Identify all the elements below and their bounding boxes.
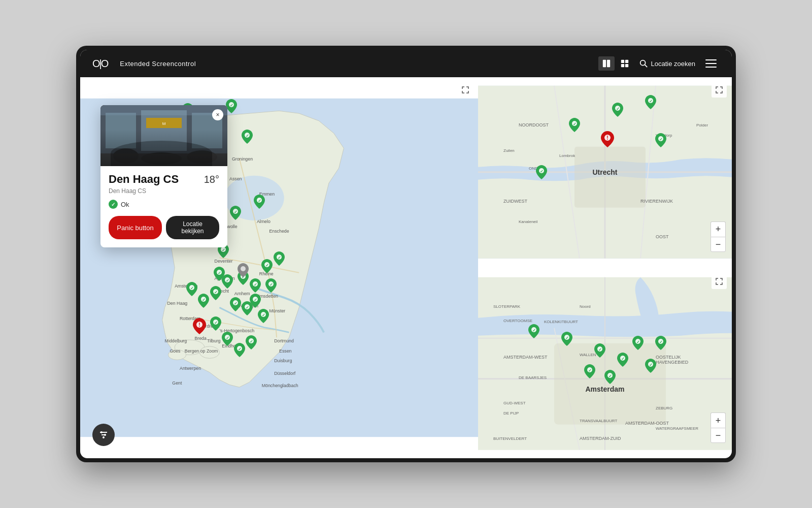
svg-text:✓: ✓ xyxy=(532,328,536,333)
grid-view-icon xyxy=(620,59,629,68)
marker-green[interactable]: ✓ xyxy=(250,294,261,310)
marker-green[interactable]: ✓ xyxy=(265,278,277,295)
view-split-button[interactable] xyxy=(598,56,615,71)
marker-green[interactable]: ✓ xyxy=(250,278,261,295)
marker-green-utrecht[interactable]: ✓ xyxy=(612,103,623,119)
right-panel: Utrecht NOORDOOST OOST ZUIDWEST RIVIEREN… xyxy=(478,77,732,458)
marker-green-amsterdam[interactable]: ✓ xyxy=(617,353,628,369)
svg-text:!: ! xyxy=(606,135,608,141)
marker-green-amsterdam[interactable]: ✓ xyxy=(645,359,656,375)
svg-text:OOST: OOST xyxy=(656,234,669,239)
marker-green-utrecht[interactable]: ✓ xyxy=(569,118,580,134)
device-frame: O|O Extended Screencontrol xyxy=(76,46,736,462)
svg-text:Polder: Polder xyxy=(696,123,708,128)
svg-rect-2 xyxy=(621,60,624,63)
marker-green[interactable]: ✓ xyxy=(261,259,273,275)
svg-text:✓: ✓ xyxy=(229,103,233,108)
svg-text:KOLENKITBUURT: KOLENKITBUURT xyxy=(544,319,578,324)
marker-green[interactable]: ✓ xyxy=(210,286,221,302)
map-right-bottom[interactable]: Amsterdam AMSTERDAM-WEST OOSTELIJK HAVEN… xyxy=(478,269,732,459)
marker-green[interactable]: ✓ xyxy=(226,99,237,115)
menu-line-1 xyxy=(705,59,717,60)
svg-rect-119 xyxy=(106,113,136,148)
marker-green-amsterdam[interactable]: ✓ xyxy=(561,332,572,348)
svg-text:Den Haag: Den Haag xyxy=(167,301,188,306)
filter-button[interactable] xyxy=(92,424,115,446)
marker-green[interactable]: ✓ xyxy=(222,332,233,348)
popup-close-button[interactable]: × xyxy=(212,109,223,120)
marker-green-amsterdam[interactable]: ✓ xyxy=(528,324,539,340)
device-inner: O|O Extended Screencontrol xyxy=(80,50,732,458)
svg-text:SLOTERPARK: SLOTERPARK xyxy=(493,304,521,308)
svg-text:✓: ✓ xyxy=(261,313,265,318)
popup-actions: Panic button Locatie bekijken xyxy=(109,216,219,239)
svg-text:✓: ✓ xyxy=(233,210,237,214)
map-right-top[interactable]: Utrecht NOORDOOST OOST ZUIDWEST RIVIEREN… xyxy=(478,77,732,269)
svg-point-126 xyxy=(187,150,217,164)
marker-green[interactable]: ✓ xyxy=(230,297,241,313)
header-controls: Locatie zoeken xyxy=(598,56,720,71)
marker-green[interactable]: ✓ xyxy=(230,206,241,222)
marker-green[interactable]: ✓ xyxy=(246,335,257,352)
view-grid-button[interactable] xyxy=(617,56,633,71)
fullscreen-right-top-button[interactable] xyxy=(712,82,727,98)
svg-rect-0 xyxy=(602,60,605,67)
marker-green-utrecht[interactable]: ✓ xyxy=(655,133,666,149)
svg-text:✓: ✓ xyxy=(202,298,206,302)
svg-point-6 xyxy=(640,60,645,66)
zoom-in-right-bottom[interactable]: + xyxy=(710,412,726,428)
marker-green-utrecht[interactable]: ✓ xyxy=(536,165,547,181)
location-popup: M × Den H xyxy=(100,105,227,247)
marker-green[interactable]: ✓ xyxy=(274,251,285,268)
svg-rect-4 xyxy=(621,64,624,67)
marker-green[interactable]: ✓ xyxy=(214,267,225,283)
svg-text:TRANSVAALBUURT: TRANSVAALBUURT xyxy=(580,418,618,423)
marker-gray[interactable] xyxy=(238,263,249,279)
marker-green[interactable]: ✓ xyxy=(242,130,253,146)
logo-symbol: O|O xyxy=(92,58,108,70)
marker-green[interactable]: ✓ xyxy=(234,343,245,359)
marker-green[interactable]: ✓ xyxy=(254,195,265,211)
logo: O|O xyxy=(92,58,108,70)
svg-text:AMSTERDAM-WEST: AMSTERDAM-WEST xyxy=(503,354,548,359)
search-area[interactable]: Locatie zoeken xyxy=(639,59,695,68)
svg-text:Breda: Breda xyxy=(194,336,207,341)
svg-text:Assen: Assen xyxy=(229,177,242,182)
svg-text:✓: ✓ xyxy=(246,305,249,310)
marker-green[interactable]: ✓ xyxy=(186,282,197,298)
svg-text:BUITENVELDERT: BUITENVELDERT xyxy=(493,436,527,440)
view-location-button[interactable]: Locatie bekijken xyxy=(166,216,219,239)
map-right-bottom-svg: Amsterdam AMSTERDAM-WEST OOSTELIJK HAVEN… xyxy=(478,269,732,459)
svg-text:!: ! xyxy=(199,322,200,328)
marker-green[interactable]: ✓ xyxy=(258,309,269,325)
marker-green-utrecht[interactable]: ✓ xyxy=(645,95,656,111)
popup-status: Ok xyxy=(109,200,219,209)
svg-rect-1 xyxy=(606,60,610,67)
marker-green-amsterdam[interactable]: ✓ xyxy=(632,336,644,352)
menu-button[interactable] xyxy=(705,56,720,71)
app-title: Extended Screencontrol xyxy=(120,60,196,68)
fullscreen-left-button[interactable] xyxy=(458,82,473,98)
panic-button[interactable]: Panic button xyxy=(109,216,162,239)
marker-green[interactable]: ✓ xyxy=(198,294,209,310)
marker-red-alert[interactable]: ! xyxy=(193,318,206,336)
svg-text:Middelburg: Middelburg xyxy=(165,338,187,343)
map-left-panel[interactable]: Groningen Leeuwarden Assen Drachten Emme… xyxy=(80,77,478,458)
popup-location-title: Den Haag CS xyxy=(109,173,179,185)
svg-text:✓: ✓ xyxy=(253,282,257,287)
marker-green-amsterdam[interactable]: ✓ xyxy=(655,336,666,352)
svg-text:✓: ✓ xyxy=(636,340,640,344)
fullscreen-right-bottom-button[interactable] xyxy=(712,274,727,289)
marker-green-amsterdam[interactable]: ✓ xyxy=(584,364,595,380)
svg-text:Utrecht: Utrecht xyxy=(592,168,617,176)
marker-green-amsterdam[interactable]: ✓ xyxy=(604,370,616,386)
zoom-in-right-top[interactable]: + xyxy=(710,221,726,237)
marker-green-amsterdam[interactable]: ✓ xyxy=(594,343,605,360)
popup-location-subtitle: Den Haag CS xyxy=(109,187,219,195)
marker-red-utrecht[interactable]: ! xyxy=(601,131,614,149)
zoom-out-right-bottom[interactable]: − xyxy=(710,428,726,443)
zoom-out-right-top[interactable]: − xyxy=(710,237,726,252)
marker-green[interactable]: ✓ xyxy=(210,316,221,333)
svg-text:✓: ✓ xyxy=(222,248,225,252)
svg-text:OOSTELIJK: OOSTELIJK xyxy=(656,354,681,359)
